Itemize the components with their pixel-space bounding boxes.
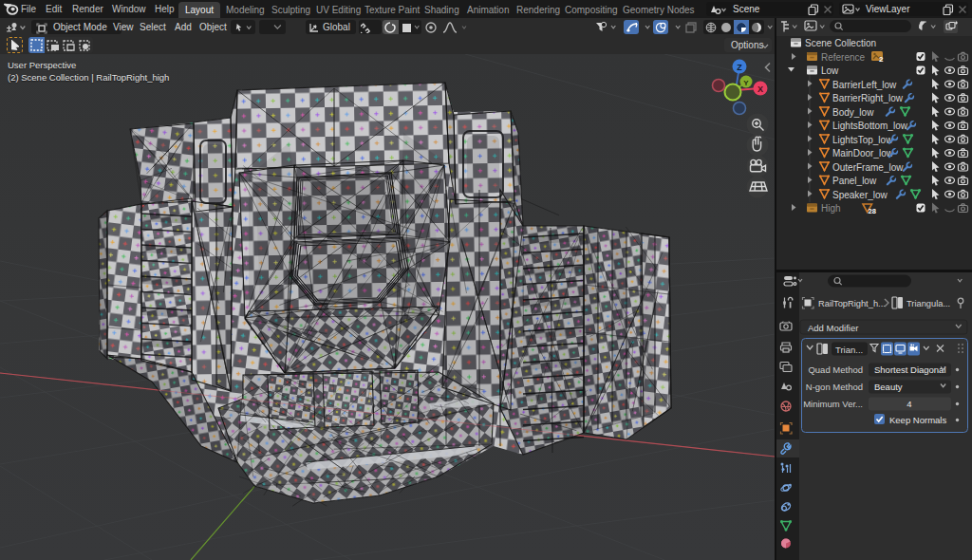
svg-text:28: 28: [869, 207, 876, 215]
svg-text:RailTopRight_h...: RailTopRight_h...: [818, 299, 886, 308]
svg-text:High: High: [821, 203, 841, 214]
svg-text:Body_low: Body_low: [832, 107, 874, 118]
svg-text:Panel_low: Panel_low: [832, 176, 877, 186]
svg-text:4: 4: [907, 399, 911, 409]
svg-text:LightsBottom_low: LightsBottom_low: [832, 121, 908, 131]
svg-text:Y: Y: [743, 79, 749, 87]
svg-text:Trian...: Trian...: [835, 345, 863, 355]
svg-text:2: 2: [879, 55, 884, 64]
svg-text:Z: Z: [737, 63, 742, 72]
svg-text:Keep Normals: Keep Normals: [889, 415, 946, 425]
svg-text:Reference: Reference: [821, 52, 866, 63]
svg-text:BarrierRight_low: BarrierRight_low: [832, 93, 904, 103]
svg-text:Shortest Diagonal: Shortest Diagonal: [874, 364, 946, 375]
svg-text:Triangula...: Triangula...: [907, 299, 950, 308]
svg-text:OuterFrame_low: OuterFrame_low: [832, 162, 904, 173]
svg-text:Quad Method: Quad Method: [808, 364, 863, 375]
svg-text:LightsTop_low: LightsTop_low: [832, 135, 893, 145]
svg-text:MainDoor_low: MainDoor_low: [832, 148, 894, 159]
svg-text:Add Modifier: Add Modifier: [808, 323, 858, 333]
svg-text:Speaker_low: Speaker_low: [832, 190, 888, 200]
svg-text:Minimum Ver...: Minimum Ver...: [803, 399, 863, 409]
svg-text:Low: Low: [821, 65, 839, 76]
svg-text:N-gon Method: N-gon Method: [806, 382, 863, 392]
svg-text:Scene Collection: Scene Collection: [805, 38, 876, 48]
svg-text:X: X: [757, 84, 763, 94]
svg-text:Beauty: Beauty: [874, 382, 903, 392]
svg-text:BarrierLeft_low: BarrierLeft_low: [832, 80, 897, 90]
